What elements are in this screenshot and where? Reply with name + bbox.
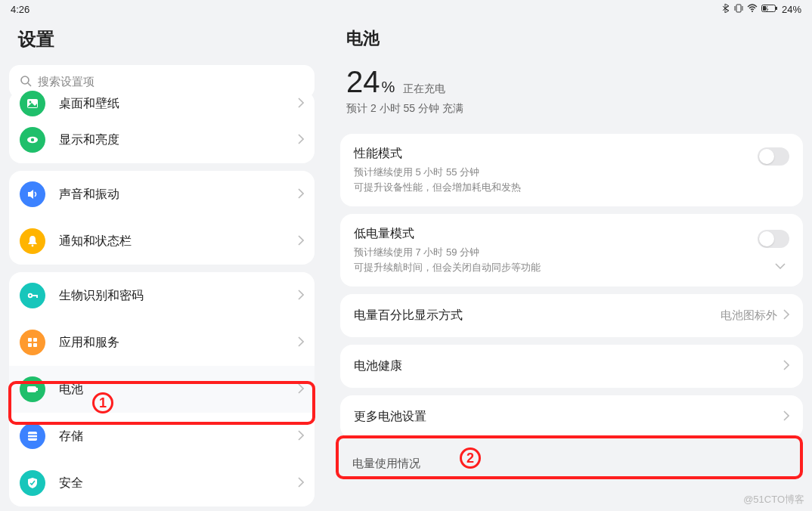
chevron-right-icon xyxy=(783,358,789,374)
bluetooth-icon xyxy=(723,4,730,15)
chevron-right-icon xyxy=(298,335,304,351)
settings-group: 生物识别和密码 应用和服务 电池 存储 xyxy=(9,272,315,506)
svg-rect-22 xyxy=(27,386,36,392)
pane-title: 电池 xyxy=(339,18,804,59)
chevron-right-icon xyxy=(298,429,304,444)
more-battery-settings-row[interactable]: 更多电池设置 xyxy=(340,395,803,438)
chevron-right-icon xyxy=(783,308,789,324)
chevron-down-icon[interactable] xyxy=(775,259,786,272)
battery-percent-value: 24 xyxy=(346,65,380,99)
svg-point-12 xyxy=(31,138,34,141)
svg-point-3 xyxy=(752,11,753,12)
sidebar-item-label: 应用和服务 xyxy=(59,335,298,351)
low-mode-toggle[interactable] xyxy=(758,230,789,248)
wifi-icon xyxy=(747,4,758,15)
storage-icon xyxy=(20,423,45,449)
svg-rect-6 xyxy=(763,6,766,11)
key-icon xyxy=(20,283,45,308)
chevron-right-icon xyxy=(298,96,304,112)
svg-rect-0 xyxy=(736,5,741,12)
vibrate-icon xyxy=(734,4,743,15)
annotation-marker-2: 2 xyxy=(460,448,481,469)
sidebar-item-biometric[interactable]: 生物识别和密码 xyxy=(9,272,315,319)
svg-point-13 xyxy=(32,245,34,247)
percent-display-row[interactable]: 电量百分比显示方式 电池图标外 xyxy=(340,294,803,337)
svg-point-7 xyxy=(21,76,29,84)
sidebar-item-label: 通知和状态栏 xyxy=(59,234,298,249)
image-icon xyxy=(20,91,45,116)
chevron-right-icon xyxy=(298,132,304,148)
sidebar-item-label: 桌面和壁纸 xyxy=(59,96,298,112)
svg-line-8 xyxy=(28,83,31,86)
eye-icon xyxy=(20,127,45,153)
perf-mode-toggle[interactable] xyxy=(758,147,789,166)
sidebar-item-apps[interactable]: 应用和服务 xyxy=(9,319,315,366)
sidebar-item-label: 生物识别和密码 xyxy=(59,288,298,304)
shield-icon xyxy=(20,470,45,496)
svg-rect-23 xyxy=(36,388,38,391)
settings-group: 桌面和壁纸 显示和亮度 xyxy=(9,91,315,163)
search-icon xyxy=(20,75,32,89)
status-battery-pct: 24% xyxy=(782,4,801,15)
perf-mode-desc: 可提升设备性能，但会增加耗电和发热 xyxy=(354,180,758,195)
pct-display-value: 电池图标外 xyxy=(721,308,777,323)
svg-rect-17 xyxy=(36,295,38,298)
annotation-marker-1: 1 xyxy=(92,392,113,413)
charging-status: 正在充电 xyxy=(403,82,445,94)
performance-mode-row[interactable]: 性能模式 预计继续使用 5 小时 55 分钟 可提升设备性能，但会增加耗电和发热 xyxy=(340,134,803,206)
sidebar-item-label: 显示和亮度 xyxy=(59,132,298,148)
sidebar-item-label: 声音和振动 xyxy=(59,187,298,203)
battery-percentage: 24% 正在充电 预计 2 小时 55 分钟 充满 xyxy=(339,59,804,126)
perf-mode-title: 性能模式 xyxy=(354,146,758,162)
grid-icon xyxy=(20,330,45,355)
chevron-right-icon xyxy=(783,409,789,425)
battery-icon xyxy=(20,376,45,402)
usage-section-label: 电量使用情况 xyxy=(339,446,804,471)
watermark: @51CTO博客 xyxy=(743,493,804,506)
svg-rect-21 xyxy=(33,343,37,347)
page-title: 设置 xyxy=(8,18,316,65)
search-placeholder: 搜索设置项 xyxy=(38,75,95,89)
chevron-right-icon xyxy=(298,288,304,304)
status-time: 4:26 xyxy=(11,4,29,15)
sidebar-item-display[interactable]: 显示和亮度 xyxy=(9,127,315,163)
battery-icon xyxy=(761,4,778,15)
full-charge-estimate: 预计 2 小时 55 分钟 充满 xyxy=(346,102,797,116)
status-bar: 4:26 24% xyxy=(0,0,812,18)
perf-mode-estimate: 预计继续使用 5 小时 55 分钟 xyxy=(354,165,758,180)
sidebar-item-storage[interactable]: 存储 xyxy=(9,413,315,460)
sidebar-item-label: 存储 xyxy=(59,429,298,444)
svg-rect-5 xyxy=(776,7,777,10)
svg-rect-18 xyxy=(28,338,32,342)
sidebar-item-label: 安全 xyxy=(59,475,298,491)
pct-display-title: 电量百分比显示方式 xyxy=(354,308,721,324)
bell-icon xyxy=(20,228,45,254)
svg-rect-20 xyxy=(28,343,32,347)
percent-unit: % xyxy=(382,79,395,95)
sidebar-item-notifications[interactable]: 通知和状态栏 xyxy=(9,218,315,265)
battery-health-title: 电池健康 xyxy=(354,358,783,374)
battery-pane: 电池 24% 正在充电 预计 2 小时 55 分钟 充满 性能模式 预计继续使用… xyxy=(324,18,812,511)
svg-rect-24 xyxy=(28,432,37,441)
sidebar-item-sound[interactable]: 声音和振动 xyxy=(9,171,315,218)
low-power-mode-row[interactable]: 低电量模式 预计继续使用 7 小时 59 分钟 可提升续航时间，但会关闭自动同步… xyxy=(340,214,803,286)
low-mode-desc: 可提升续航时间，但会关闭自动同步等功能 xyxy=(354,260,758,275)
svg-point-10 xyxy=(29,101,32,104)
battery-health-row[interactable]: 电池健康 xyxy=(340,345,803,388)
sidebar-item-battery[interactable]: 电池 xyxy=(9,366,315,413)
low-mode-estimate: 预计继续使用 7 小时 59 分钟 xyxy=(354,245,758,260)
low-mode-title: 低电量模式 xyxy=(354,226,758,242)
svg-point-15 xyxy=(29,295,32,297)
sidebar-item-security[interactable]: 安全 xyxy=(9,460,315,506)
more-battery-title: 更多电池设置 xyxy=(354,409,783,425)
sidebar-item-wallpaper[interactable]: 桌面和壁纸 xyxy=(9,91,315,127)
settings-group: 声音和振动 通知和状态栏 xyxy=(9,171,315,265)
chevron-right-icon xyxy=(298,234,304,249)
chevron-right-icon xyxy=(298,475,304,491)
chevron-right-icon xyxy=(298,187,304,203)
svg-rect-19 xyxy=(33,338,37,342)
settings-sidebar: 设置 搜索设置项 桌面和壁纸 显示和亮度 xyxy=(0,18,324,511)
speaker-icon xyxy=(20,181,45,207)
chevron-right-icon xyxy=(298,382,304,398)
